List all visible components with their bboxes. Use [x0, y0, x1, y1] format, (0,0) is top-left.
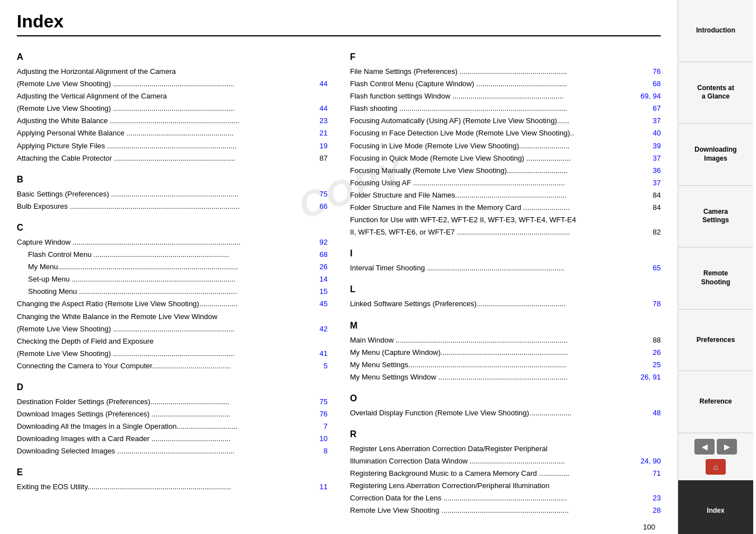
sidebar-item-preferences[interactable]: Preferences	[678, 310, 753, 372]
entry-page[interactable]: 76	[305, 408, 328, 420]
entry-page[interactable]: 92	[305, 236, 328, 249]
entry-page[interactable]: 68	[305, 249, 328, 261]
entry-text: Checking the Depth of Field and Exposure	[17, 335, 328, 348]
entry-text: Correction Data for the Lens ...........…	[350, 492, 638, 504]
index-entry: Folder Structure and File Names in the M…	[350, 202, 661, 214]
index-entry: Flash shooting .........................…	[350, 102, 661, 115]
entry-text: Focusing Manually (Remote Live View Shoo…	[350, 165, 638, 177]
entry-page[interactable]: 21	[305, 127, 328, 139]
index-entry: Linked Software Settings (Preferences)..…	[350, 298, 661, 310]
index-entry: Capture Window .........................…	[17, 236, 328, 249]
entry-page[interactable]: 44	[305, 102, 328, 115]
entry-text: Main Window ............................…	[350, 334, 638, 346]
section-letter-F: F	[350, 52, 661, 62]
index-entry: Downloading Images with a Card Reader ..…	[17, 433, 328, 445]
index-entry: Adjusting the White Balance ............…	[17, 115, 328, 127]
index-entry: Exiting the EOS Utility.................…	[17, 481, 328, 493]
entry-page[interactable]: 23	[638, 492, 661, 504]
entry-text: Focusing in Quick Mode (Remote Live View…	[350, 152, 638, 165]
entry-page[interactable]: 8	[305, 445, 328, 457]
entry-text: Flash Control Menu (Capture Window) ....…	[350, 78, 638, 90]
index-entry: My Menu.................................…	[17, 261, 328, 273]
entry-page: 87	[305, 152, 328, 165]
entry-page[interactable]: 39	[638, 140, 661, 152]
section-letter-C: C	[17, 223, 328, 233]
entry-page[interactable]: 69, 94	[638, 90, 661, 102]
index-entry: Focusing Manually (Remote Live View Shoo…	[350, 165, 661, 177]
sidebar-item-camera-settings[interactable]: Camera Settings	[678, 186, 753, 248]
entry-page: 82	[638, 226, 661, 238]
main-content: Index AAdjusting the Horizontal Alignmen…	[0, 0, 678, 534]
index-entry: File Name Settings (Preferences) .......…	[350, 65, 661, 78]
entry-page[interactable]: 41	[305, 348, 328, 360]
index-entry: Destination Folder Settings (Preferences…	[17, 396, 328, 408]
entry-page[interactable]: 7	[305, 420, 328, 433]
sidebar-item-reference[interactable]: Reference	[678, 371, 753, 433]
entry-page[interactable]: 10	[305, 433, 328, 445]
entry-text: Downloading Images with a Card Reader ..…	[17, 433, 305, 445]
index-entry: Applying Picture Style Files ...........…	[17, 140, 328, 152]
entry-page[interactable]: 11	[305, 481, 328, 493]
index-entry: Downloading Selected Images ............…	[17, 445, 328, 457]
entry-page[interactable]: 14	[305, 273, 328, 285]
entry-page[interactable]: 15	[305, 285, 328, 298]
entry-text: Changing the Aspect Ratio (Remote Live V…	[17, 298, 305, 310]
entry-page[interactable]: 40	[638, 127, 661, 139]
entry-page[interactable]: 26	[638, 346, 661, 359]
section-letter-O: O	[350, 394, 661, 404]
index-entry: Flash Control Menu .....................…	[17, 249, 328, 261]
entry-page[interactable]: 71	[638, 467, 661, 480]
sidebar-item-downloading-images[interactable]: Downloading Images	[678, 124, 753, 186]
entry-page[interactable]: 42	[305, 323, 328, 335]
entry-page[interactable]: 45	[305, 298, 328, 310]
entry-text: (Remote Live View Shooting) ............…	[17, 323, 305, 335]
entry-page[interactable]: 26, 91	[638, 371, 661, 383]
entry-page[interactable]: 48	[638, 407, 661, 419]
index-entry: (Remote Live View Shooting) ............…	[17, 323, 328, 335]
entry-page[interactable]: 24, 90	[638, 455, 661, 467]
index-entry: Download Images Settings (Preferences) .…	[17, 408, 328, 420]
entry-page[interactable]: 28	[638, 504, 661, 517]
entry-page[interactable]: 37	[638, 177, 661, 189]
entry-text: Capture Window .........................…	[17, 236, 305, 249]
entry-page[interactable]: 75	[305, 396, 328, 408]
index-columns: AAdjusting the Horizontal Alignment of t…	[17, 42, 661, 517]
entry-page[interactable]: 67	[638, 102, 661, 115]
entry-page[interactable]: 23	[305, 115, 328, 127]
entry-text: Focusing Using AF ......................…	[350, 177, 638, 189]
entry-page[interactable]: 44	[305, 78, 328, 90]
entry-text: Changing the White Balance in the Remote…	[17, 311, 328, 323]
index-entry: (Remote Live View Shooting) ............…	[17, 102, 328, 115]
entry-page[interactable]: 76	[638, 65, 661, 78]
sidebar-item-contents-at-glance[interactable]: Contents at a Glance	[678, 62, 753, 124]
entry-text: Register Lens Aberration Correction Data…	[350, 443, 661, 455]
index-entry: Adjusting the Horizontal Alignment of th…	[17, 65, 328, 78]
entry-page[interactable]: 78	[638, 298, 661, 310]
sidebar-item-index[interactable]: Index	[678, 480, 753, 534]
nav-right-button[interactable]: ▶	[717, 439, 737, 455]
sidebar-item-introduction[interactable]: Introduction	[678, 0, 753, 62]
entry-page[interactable]: 37	[638, 115, 661, 127]
nav-home-button[interactable]: ⌂	[706, 459, 726, 475]
entry-text: My Menu Settings........................…	[350, 359, 638, 371]
entry-text: Destination Folder Settings (Preferences…	[17, 396, 305, 408]
entry-page[interactable]: 26	[305, 261, 328, 273]
entry-text: Focusing in Face Detection Live Mode (Re…	[350, 127, 638, 139]
entry-page[interactable]: 37	[638, 152, 661, 165]
nav-left-button[interactable]: ◀	[694, 439, 715, 455]
entry-page[interactable]: 65	[638, 262, 661, 274]
entry-page[interactable]: 75	[305, 188, 328, 200]
entry-page[interactable]: 25	[638, 359, 661, 371]
index-entry: Illumination Correction Data Window ....…	[350, 455, 661, 467]
entry-text: Set-up Menu ............................…	[28, 273, 305, 285]
entry-text: Adjusting the Vertical Alignment of the …	[17, 90, 328, 102]
entry-page[interactable]: 5	[305, 360, 328, 372]
entry-page[interactable]: 68	[638, 78, 661, 90]
entry-text: Function for Use with WFT-E2, WFT-E2 II,…	[350, 214, 661, 226]
entry-page[interactable]: 19	[305, 140, 328, 152]
sidebar-item-remote-shooting[interactable]: Remote Shooting	[678, 247, 753, 310]
entry-page[interactable]: 36	[638, 165, 661, 177]
index-entry: Focusing in Quick Mode (Remote Live View…	[350, 152, 661, 165]
entry-page[interactable]: 66	[305, 200, 328, 213]
entry-text: Illumination Correction Data Window ....…	[350, 455, 638, 467]
